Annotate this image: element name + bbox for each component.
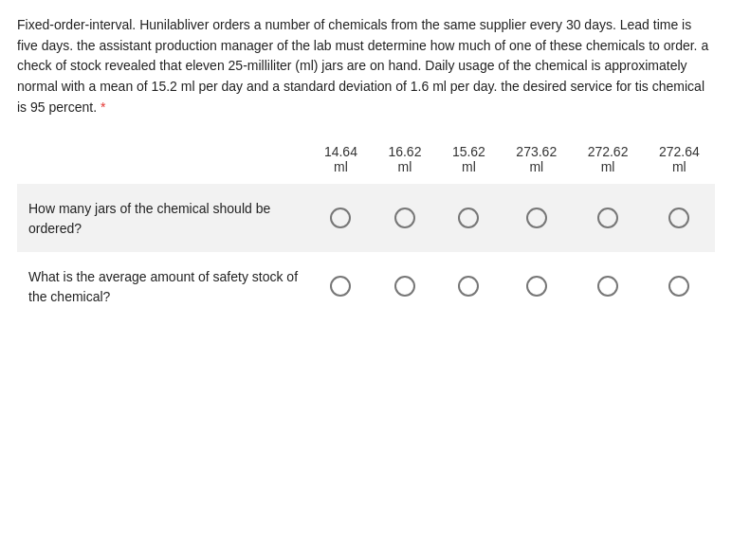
q2-radio-cell-4[interactable] — [501, 252, 572, 320]
q2-radio-5[interactable] — [597, 276, 618, 297]
header-label-cell — [17, 138, 309, 184]
q1-radio-cell-5[interactable] — [572, 184, 643, 252]
q2-radio-3[interactable] — [458, 276, 479, 297]
q2-radio-cell-6[interactable] — [644, 252, 715, 320]
q1-radio-cell-4[interactable] — [501, 184, 572, 252]
q2-radio-4[interactable] — [526, 276, 547, 297]
header-option-2: 16.62 ml — [373, 138, 436, 184]
column-header-row: 14.64 ml 16.62 ml 15.62 ml 273.62 ml 272… — [17, 138, 715, 184]
q2-radio-cell-3[interactable] — [437, 252, 501, 320]
header-option-6: 272.64 ml — [644, 138, 715, 184]
q1-radio-1[interactable] — [330, 208, 351, 228]
passage-text: Fixed-order-interval. Hunilabliver order… — [17, 15, 715, 117]
q2-radio-cell-2[interactable] — [373, 252, 436, 320]
q1-radio-3[interactable] — [458, 208, 479, 228]
q1-radio-6[interactable] — [668, 208, 689, 228]
q2-radio-6[interactable] — [668, 276, 689, 297]
q2-radio-cell-1[interactable] — [309, 252, 373, 320]
q1-radio-cell-2[interactable] — [373, 184, 436, 252]
header-option-4: 273.62 ml — [501, 138, 572, 184]
header-option-5: 272.62 ml — [572, 138, 643, 184]
question-label-1: How many jars of the chemical should be … — [17, 184, 309, 252]
q1-radio-4[interactable] — [526, 208, 547, 228]
q1-radio-cell-6[interactable] — [644, 184, 715, 252]
question-row-1: How many jars of the chemical should be … — [17, 184, 715, 252]
q1-radio-2[interactable] — [394, 208, 415, 228]
q2-radio-cell-5[interactable] — [572, 252, 643, 320]
passage-body: Fixed-order-interval. Hunilabliver order… — [17, 17, 708, 115]
question-label-2: What is the average amount of safety sto… — [17, 252, 309, 320]
question-row-2: What is the average amount of safety sto… — [17, 252, 715, 320]
q1-radio-5[interactable] — [597, 208, 618, 228]
main-container: Fixed-order-interval. Hunilabliver order… — [0, 0, 732, 335]
q2-radio-2[interactable] — [394, 276, 415, 297]
required-marker: * — [101, 99, 105, 115]
answer-table: 14.64 ml 16.62 ml 15.62 ml 273.62 ml 272… — [17, 138, 715, 320]
header-option-1: 14.64 ml — [309, 138, 373, 184]
q1-radio-cell-3[interactable] — [437, 184, 501, 252]
q2-radio-1[interactable] — [330, 276, 351, 297]
q1-radio-cell-1[interactable] — [309, 184, 373, 252]
header-option-3: 15.62 ml — [437, 138, 501, 184]
